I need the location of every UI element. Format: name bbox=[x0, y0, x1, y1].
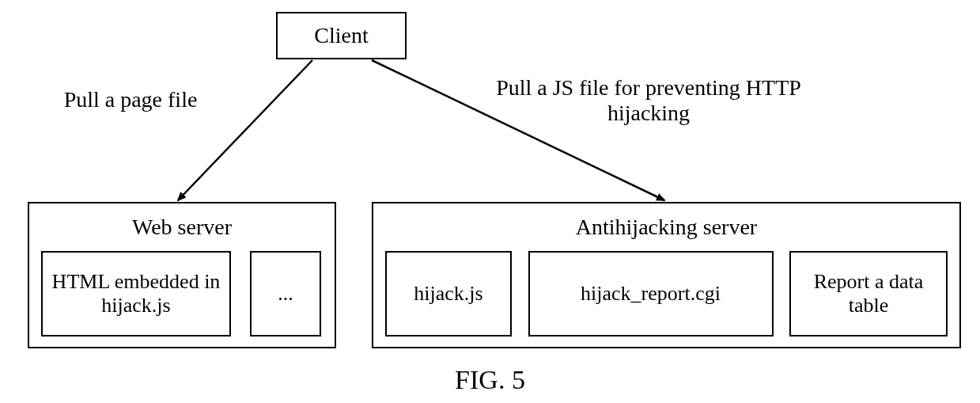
antihijacking-server-items: hijack.js hijack_report.cgi Report a dat… bbox=[385, 251, 948, 336]
client-box: Client bbox=[276, 12, 407, 59]
edge-label-left: Pull a page file bbox=[44, 87, 218, 112]
antihijacking-server-box: Antihijacking server hijack.js hijack_re… bbox=[372, 202, 961, 348]
antihijacking-item-datatable: Report a data table bbox=[789, 251, 948, 336]
web-server-items: HTML embedded in hijack.js ... bbox=[41, 251, 323, 336]
web-server-box: Web server HTML embedded in hijack.js ..… bbox=[28, 202, 336, 348]
antihijacking-item-report: hijack_report.cgi bbox=[528, 251, 774, 336]
client-label: Client bbox=[314, 23, 368, 48]
web-server-item-html: HTML embedded in hijack.js bbox=[41, 251, 231, 336]
antihijacking-server-title: Antihijacking server bbox=[385, 211, 948, 251]
web-server-item-more: ... bbox=[250, 251, 321, 336]
arrow-left bbox=[178, 60, 312, 200]
figure-caption: FIG. 5 bbox=[0, 365, 980, 395]
antihijacking-item-hijackjs: hijack.js bbox=[385, 251, 512, 336]
edge-label-right: Pull a JS file for preventing HTTP hijac… bbox=[459, 75, 838, 126]
web-server-title: Web server bbox=[41, 211, 323, 251]
